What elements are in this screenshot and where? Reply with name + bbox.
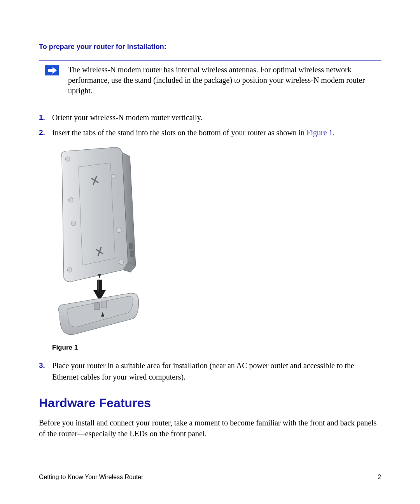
svg-rect-14 [130, 250, 134, 257]
step-2-text-b: . [333, 128, 335, 137]
step-1: Orient your wireless-N modem router vert… [39, 112, 381, 123]
section-body: Before you install and connect your rout… [39, 417, 381, 439]
step-2: Insert the tabs of the stand into the sl… [39, 127, 381, 138]
section-heading-hardware-features: Hardware Features [39, 396, 381, 410]
figure-1-illustration [52, 145, 381, 340]
page-footer: Getting to Know Your Wireless Router 2 [39, 474, 381, 481]
svg-rect-18 [98, 280, 99, 290]
note-text: The wireless-N modem router has internal… [68, 65, 375, 96]
arrow-right-icon [45, 65, 59, 77]
svg-point-2 [65, 157, 70, 161]
svg-point-6 [117, 228, 121, 233]
svg-point-5 [71, 221, 76, 226]
router-stand-icon [52, 145, 142, 340]
steps-list-continued: Place your router in a suitable area for… [39, 360, 381, 383]
steps-list: Orient your wireless-N modem router vert… [39, 112, 381, 138]
svg-rect-20 [101, 301, 107, 308]
svg-point-3 [111, 174, 116, 179]
step-2-text-a: Insert the tabs of the stand into the sl… [52, 128, 306, 137]
footer-page-number: 2 [378, 474, 381, 481]
document-page: To prepare your router for installation:… [0, 0, 420, 504]
step-3-text: Place your router in a suitable area for… [52, 361, 354, 381]
figure-caption: Figure 1 [52, 344, 381, 352]
footer-chapter-title: Getting to Know Your Wireless Router [39, 474, 144, 481]
svg-rect-19 [94, 303, 100, 310]
figure-1-link[interactable]: Figure 1 [306, 128, 332, 137]
svg-point-7 [67, 268, 72, 272]
subheading-prepare: To prepare your router for installation: [39, 43, 381, 51]
svg-point-4 [68, 198, 73, 202]
svg-point-8 [119, 260, 124, 264]
step-1-text: Orient your wireless-N modem router vert… [52, 113, 202, 122]
svg-marker-15 [98, 274, 101, 278]
note-callout: The wireless-N modem router has internal… [39, 60, 381, 101]
step-3: Place your router in a suitable area for… [39, 360, 381, 383]
svg-rect-13 [129, 243, 133, 249]
